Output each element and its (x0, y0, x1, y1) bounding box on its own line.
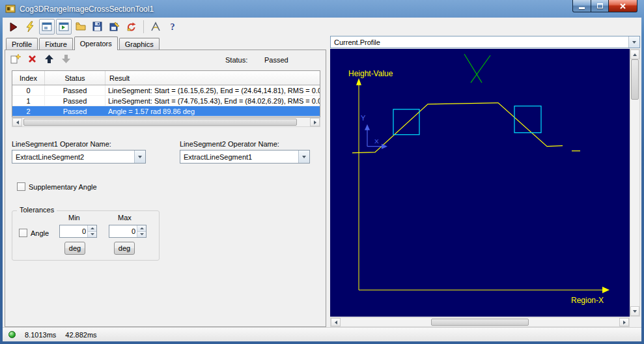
y-axis-label: Height-Value (348, 69, 393, 78)
move-down-button[interactable] (60, 53, 72, 65)
max-value-input[interactable] (109, 225, 137, 237)
chevron-down-icon (302, 156, 306, 158)
tab-profile[interactable]: Profile (6, 38, 38, 50)
lineseg2-combobox[interactable]: ExtractLineSegment1 (180, 150, 310, 164)
x-axis-arrow (602, 287, 609, 293)
client-area: ? Profile Fixture Operators Graphics (3, 18, 641, 341)
record-display-add-button[interactable] (56, 19, 72, 35)
open-button[interactable] (73, 19, 89, 35)
min-value-input[interactable] (60, 225, 87, 237)
spinner-buttons (87, 225, 96, 237)
window-title: Cog3DRangeImageCrossSectionTool1 (20, 5, 154, 14)
measure-tool-icon (150, 21, 161, 33)
tab-label: Operators (80, 40, 112, 48)
tab-operators[interactable]: Operators (74, 36, 118, 50)
scroll-track[interactable] (341, 318, 619, 326)
spin-down-button[interactable] (88, 232, 96, 238)
dropdown-button[interactable] (134, 150, 145, 163)
y-axis-arrow (356, 78, 361, 85)
tool-edit-panel: Profile Fixture Operators Graphics (3, 36, 326, 327)
record-display-button[interactable] (39, 19, 55, 35)
scroll-left-button[interactable] (12, 118, 22, 126)
lightning-icon (24, 21, 36, 33)
record-display-icon (42, 22, 52, 32)
cell-index: 2 (12, 106, 45, 116)
window-controls (572, 0, 637, 12)
record-selector-combobox[interactable]: Current.Profile (330, 36, 640, 48)
close-icon (619, 3, 626, 10)
column-header-result: Result (105, 71, 320, 85)
electric-run-button[interactable] (22, 19, 38, 35)
move-up-button[interactable] (43, 53, 55, 65)
angle-tolerance-checkline: Angle (19, 229, 49, 237)
spin-up-button[interactable] (88, 225, 96, 232)
tolerances-groupbox: Tolerances Min Max Angle (12, 210, 160, 261)
axis-marker-x-label: X (374, 137, 379, 145)
graphics-vscrollbar[interactable] (630, 49, 640, 317)
axis-marker-y-arrowhead (365, 124, 370, 130)
cell-index: 0 (12, 85, 45, 95)
reset-button[interactable] (124, 19, 139, 35)
cell-result: LineSegment: Start = (16.15,6.25), End =… (105, 85, 320, 95)
graphics-hscrollbar[interactable] (330, 317, 630, 327)
scroll-right-button[interactable] (310, 118, 320, 126)
status-indicator-icon (8, 331, 16, 338)
operator-results-table: Index Status Result 0 Passed LineSegment… (12, 70, 320, 117)
table-row[interactable]: 0 Passed LineSegment: Start = (16.15,6.2… (12, 85, 320, 96)
min-spinner (59, 225, 97, 238)
scroll-right-button[interactable] (619, 318, 629, 326)
spin-down-button[interactable] (137, 232, 146, 238)
segment1-region-marker[interactable] (393, 109, 419, 135)
table-row[interactable]: 1 Passed LineSegment: Start = (74.76,15.… (12, 96, 320, 106)
save-button[interactable] (90, 19, 105, 35)
scroll-up-button[interactable] (630, 50, 639, 59)
supplementary-angle-label: Supplementary Angle (29, 183, 97, 191)
arrow-left-icon (16, 121, 19, 124)
axis-marker-x-arrowhead (382, 144, 387, 149)
tab-fixture[interactable]: Fixture (39, 38, 73, 50)
maximize-button[interactable] (591, 0, 609, 12)
supplementary-angle-checkbox[interactable] (17, 182, 25, 191)
add-operator-button[interactable] (9, 53, 21, 65)
max-label: Max (118, 214, 132, 222)
scroll-down-button[interactable] (630, 306, 639, 316)
save-as-button[interactable] (107, 19, 122, 35)
minimize-button[interactable] (572, 0, 591, 12)
dropdown-button[interactable] (298, 150, 309, 163)
delete-operator-button[interactable] (26, 53, 38, 65)
help-button[interactable]: ? (165, 19, 180, 35)
arrow-down-icon (61, 54, 71, 64)
svg-text:?: ? (171, 22, 175, 32)
scroll-thumb[interactable] (23, 119, 297, 126)
tab-graphics[interactable]: Graphics (119, 38, 160, 50)
max-unit-button[interactable]: deg (114, 242, 135, 255)
arrow-down-icon (91, 233, 94, 235)
measure-tool-button[interactable] (148, 19, 163, 35)
axis-marker-y-label: Y (361, 114, 366, 122)
run-button[interactable] (5, 19, 21, 35)
column-header-status: Status (45, 71, 105, 85)
scroll-track[interactable] (22, 118, 310, 126)
titlebar[interactable]: Cog3DRangeImageCrossSectionTool1 (3, 0, 641, 18)
table-row-selected[interactable]: 2 Passed Angle = 1.57 rad 89.86 deg (12, 106, 320, 117)
close-button[interactable] (609, 0, 637, 12)
cell-result: Angle = 1.57 rad 89.86 deg (105, 106, 320, 116)
angle-tolerance-checkbox[interactable] (19, 229, 27, 237)
table-header-row: Index Status Result (12, 71, 320, 85)
run-icon (7, 21, 19, 33)
profile-plot-display[interactable]: Height-Value Region-X (330, 49, 630, 317)
dropdown-button[interactable] (628, 36, 639, 48)
scroll-thumb[interactable] (631, 59, 639, 100)
lineseg1-combobox[interactable]: ExtractLineSegment2 (12, 150, 146, 164)
spin-up-button[interactable] (137, 225, 146, 232)
open-folder-icon (75, 21, 87, 33)
column-header-index: Index (12, 71, 45, 85)
scroll-left-button[interactable] (331, 318, 341, 326)
scroll-track[interactable] (630, 59, 639, 306)
table-hscrollbar[interactable] (12, 117, 320, 127)
x-axis-label: Region-X (571, 296, 604, 305)
min-unit-button[interactable]: deg (64, 242, 85, 255)
scroll-thumb[interactable] (431, 319, 529, 326)
lineseg1-label: LineSegment1 Operator Name: (12, 140, 111, 148)
help-icon: ? (167, 21, 178, 33)
